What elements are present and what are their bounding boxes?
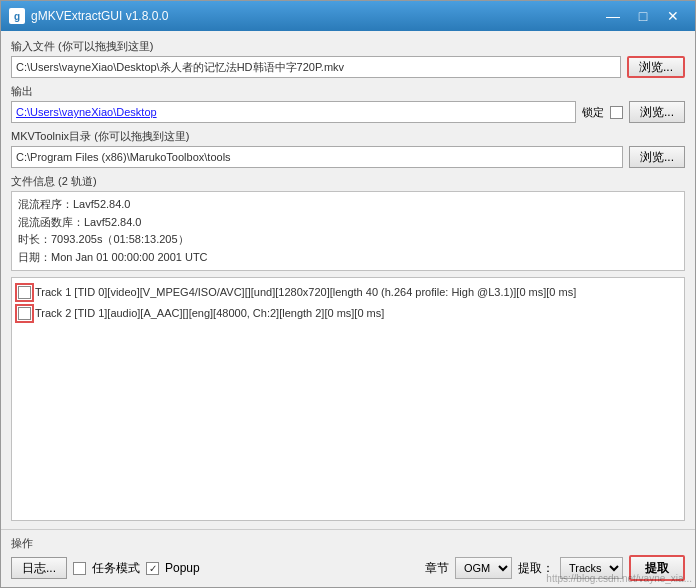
output-label: 输出: [11, 84, 685, 99]
input-file-browse-button[interactable]: 浏览...: [627, 56, 685, 78]
popup-checkbox[interactable]: [146, 562, 159, 575]
lock-checkbox[interactable]: [610, 106, 623, 119]
file-info-line-4: 日期：Mon Jan 01 00:00:00 2001 UTC: [18, 249, 678, 267]
task-mode-checkbox[interactable]: [73, 562, 86, 575]
mkvtoolnix-section: MKVToolnix目录 (你可以拖拽到这里) 浏览...: [11, 129, 685, 168]
file-info-line-3: 时长：7093.205s（01:58:13.205）: [18, 231, 678, 249]
track-1-text: Track 1 [TID 0][video][V_MPEG4/ISO/AVC][…: [35, 284, 576, 301]
track-2-text: Track 2 [TID 1][audio][A_AAC][][eng][480…: [35, 305, 384, 322]
chapter-label: 章节: [425, 560, 449, 577]
output-field[interactable]: [11, 101, 576, 123]
file-info-section: 文件信息 (2 轨道) 混流程序：Lavf52.84.0 混流函数库：Lavf5…: [11, 174, 685, 271]
tracks-box: Track 1 [TID 0][video][V_MPEG4/ISO/AVC][…: [11, 277, 685, 521]
track-item-2: Track 2 [TID 1][audio][A_AAC][][eng][480…: [18, 303, 678, 324]
input-file-field[interactable]: [11, 56, 621, 78]
output-section: 输出 锁定 浏览...: [11, 84, 685, 123]
minimize-button[interactable]: —: [599, 6, 627, 26]
watermark: https://blog.csdn.net/vayne_xia...: [546, 573, 692, 584]
file-info-box: 混流程序：Lavf52.84.0 混流函数库：Lavf52.84.0 时长：70…: [11, 191, 685, 271]
track-item-1: Track 1 [TID 0][video][V_MPEG4/ISO/AVC][…: [18, 282, 678, 303]
track-2-checkbox[interactable]: [18, 307, 31, 320]
maximize-button[interactable]: □: [629, 6, 657, 26]
mkvtoolnix-browse-button[interactable]: 浏览...: [629, 146, 685, 168]
mkvtoolnix-row: 浏览...: [11, 146, 685, 168]
task-mode-label: 任务模式: [92, 560, 140, 577]
output-row: 锁定 浏览...: [11, 101, 685, 123]
title-bar: g gMKVExtractGUI v1.8.0.0 — □ ✕: [1, 1, 695, 31]
app-icon: g: [9, 8, 25, 24]
operations-label: 操作: [11, 536, 685, 551]
chapter-dropdown[interactable]: OGM: [455, 557, 512, 579]
log-button[interactable]: 日志...: [11, 557, 67, 579]
input-file-section: 输入文件 (你可以拖拽到这里) 浏览...: [11, 39, 685, 78]
file-info-line-2: 混流函数库：Lavf52.84.0: [18, 214, 678, 232]
mkvtoolnix-label: MKVToolnix目录 (你可以拖拽到这里): [11, 129, 685, 144]
lock-label: 锁定: [582, 105, 604, 120]
input-file-row: 浏览...: [11, 56, 685, 78]
popup-label: Popup: [165, 561, 200, 575]
input-file-label: 输入文件 (你可以拖拽到这里): [11, 39, 685, 54]
main-content: 输入文件 (你可以拖拽到这里) 浏览... 输出 锁定 浏览... MKVToo…: [1, 31, 695, 529]
close-button[interactable]: ✕: [659, 6, 687, 26]
file-info-line-1: 混流程序：Lavf52.84.0: [18, 196, 678, 214]
main-window: g gMKVExtractGUI v1.8.0.0 — □ ✕ 输入文件 (你可…: [0, 0, 696, 588]
output-browse-button[interactable]: 浏览...: [629, 101, 685, 123]
mkvtoolnix-field[interactable]: [11, 146, 623, 168]
file-info-label: 文件信息 (2 轨道): [11, 174, 685, 189]
window-title: gMKVExtractGUI v1.8.0.0: [31, 9, 599, 23]
window-controls: — □ ✕: [599, 6, 687, 26]
track-1-checkbox[interactable]: [18, 286, 31, 299]
